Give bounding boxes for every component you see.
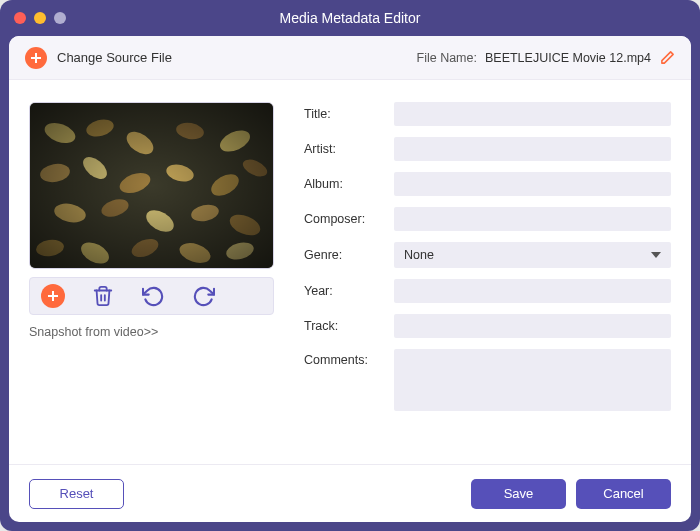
titlebar: Media Metadata Editor (0, 0, 700, 36)
composer-label: Composer: (304, 212, 384, 226)
window-controls (14, 12, 66, 24)
field-album: Album: (304, 172, 671, 196)
title-label: Title: (304, 107, 384, 121)
close-window-button[interactable] (14, 12, 26, 24)
title-input[interactable] (394, 102, 671, 126)
year-input[interactable] (394, 279, 671, 303)
snapshot-link[interactable]: Snapshot from video>> (29, 325, 274, 339)
track-input[interactable] (394, 314, 671, 338)
delete-artwork-button[interactable] (90, 283, 116, 309)
thumbnail-image (30, 103, 273, 268)
composer-input[interactable] (394, 207, 671, 231)
rotate-ccw-icon (142, 285, 165, 308)
artwork-thumbnail[interactable] (29, 102, 274, 269)
field-genre: Genre: None (304, 242, 671, 268)
rotate-cw-icon (192, 285, 215, 308)
album-label: Album: (304, 177, 384, 191)
field-composer: Composer: (304, 207, 671, 231)
change-source-label: Change Source File (57, 50, 172, 65)
filename-display: File Name: BEETLEJUICE Movie 12.mp4 (417, 50, 675, 66)
save-button[interactable]: Save (471, 479, 566, 509)
content-panel: Change Source File File Name: BEETLEJUIC… (9, 36, 691, 522)
chevron-down-icon (651, 252, 661, 258)
field-comments: Comments: (304, 349, 671, 411)
comments-label: Comments: (304, 349, 384, 367)
metadata-fields: Title: Artist: Album: Composer: Genre: (304, 102, 671, 464)
field-artist: Artist: (304, 137, 671, 161)
window-title: Media Metadata Editor (0, 10, 700, 26)
change-source-button[interactable]: Change Source File (25, 47, 172, 69)
rotate-right-button[interactable] (190, 283, 216, 309)
artist-input[interactable] (394, 137, 671, 161)
toolbar: Change Source File File Name: BEETLEJUIC… (9, 36, 691, 80)
artwork-column: Snapshot from video>> (29, 102, 274, 464)
field-track: Track: (304, 314, 671, 338)
genre-value: None (404, 248, 434, 262)
genre-label: Genre: (304, 248, 384, 262)
footer: Reset Save Cancel (9, 464, 691, 522)
album-input[interactable] (394, 172, 671, 196)
cancel-button[interactable]: Cancel (576, 479, 671, 509)
filename-label: File Name: (417, 51, 477, 65)
body-area: Snapshot from video>> Title: Artist: Alb… (9, 80, 691, 464)
year-label: Year: (304, 284, 384, 298)
plus-icon (41, 284, 65, 308)
rotate-left-button[interactable] (140, 283, 166, 309)
filename-value: BEETLEJUICE Movie 12.mp4 (485, 51, 651, 65)
minimize-window-button[interactable] (34, 12, 46, 24)
trash-icon (92, 285, 114, 307)
maximize-window-button[interactable] (54, 12, 66, 24)
field-title: Title: (304, 102, 671, 126)
track-label: Track: (304, 319, 384, 333)
artist-label: Artist: (304, 142, 384, 156)
svg-rect-22 (30, 103, 273, 268)
add-artwork-button[interactable] (40, 283, 66, 309)
plus-icon (25, 47, 47, 69)
artwork-toolbar (29, 277, 274, 315)
reset-button[interactable]: Reset (29, 479, 124, 509)
app-window: Media Metadata Editor Change Source File… (0, 0, 700, 531)
field-year: Year: (304, 279, 671, 303)
comments-input[interactable] (394, 349, 671, 411)
genre-select[interactable]: None (394, 242, 671, 268)
edit-filename-button[interactable] (659, 50, 675, 66)
